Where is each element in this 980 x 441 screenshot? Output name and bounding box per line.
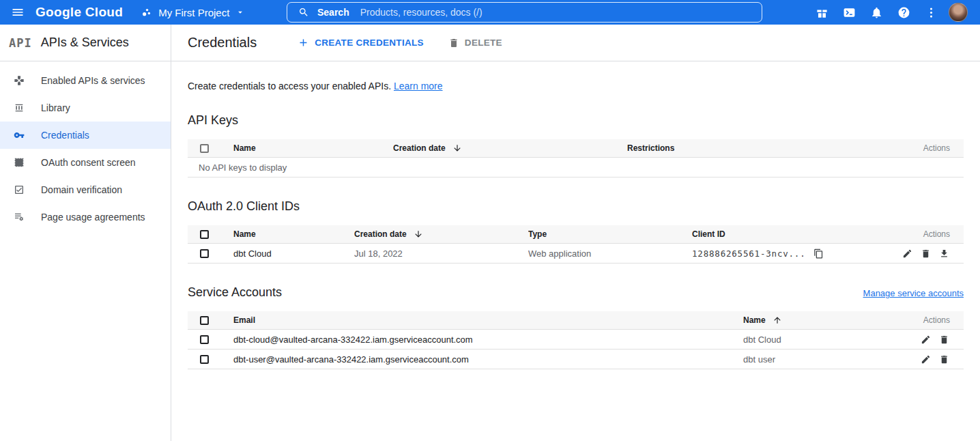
- delete-row-button[interactable]: [938, 333, 950, 345]
- edit-button[interactable]: [919, 333, 932, 345]
- column-header-type: Type: [528, 229, 692, 239]
- delete-row-button[interactable]: [938, 353, 950, 365]
- cloud-shell-icon[interactable]: [835, 0, 863, 25]
- learn-more-link[interactable]: Learn more: [394, 81, 443, 91]
- notifications-bell-icon[interactable]: [863, 0, 890, 25]
- sort-ascending-icon[interactable]: [773, 315, 782, 325]
- api-keys-header-row: Name Creation date Restrictions Actions: [188, 139, 964, 158]
- edit-button[interactable]: [901, 247, 913, 259]
- topbar: Google Cloud My First Project Search Pro…: [0, 0, 980, 25]
- sidebar-item-label: Enabled APIs & services: [41, 75, 145, 86]
- intro-sentence: Create credentials to access your enable…: [188, 81, 391, 91]
- pencil-icon: [921, 354, 931, 365]
- oauth-row-actions: [882, 247, 964, 259]
- topbar-actions: [808, 0, 980, 25]
- key-icon: [14, 130, 25, 141]
- select-all-checkbox[interactable]: [200, 144, 209, 153]
- page-title: Credentials: [188, 35, 257, 51]
- trash-icon: [921, 248, 931, 259]
- service-account-row: dbt-user@vaulted-arcana-332422.iam.gserv…: [188, 350, 964, 369]
- create-credentials-button[interactable]: CREATE CREDENTIALS: [298, 37, 424, 48]
- google-cloud-logo[interactable]: Google Cloud: [35, 5, 123, 20]
- row-checkbox[interactable]: [200, 249, 209, 258]
- sidebar-item-enabled-apis[interactable]: Enabled APIs & services: [0, 67, 171, 94]
- pencil-icon: [921, 335, 931, 345]
- caret-down-icon: [235, 8, 245, 17]
- column-header-name: Name: [233, 229, 354, 239]
- edit-button[interactable]: [919, 353, 932, 365]
- column-header-name[interactable]: Name: [743, 315, 882, 325]
- oauth-client-id-cell: 128886265561-3ncv...: [692, 247, 882, 259]
- delete-label: DELETE: [465, 38, 502, 48]
- sidebar-item-oauth-consent[interactable]: OAuth consent screen: [0, 149, 171, 176]
- sidebar-item-library[interactable]: Library: [0, 94, 171, 122]
- service-accounts-table: Email Name Actions dbt-cloud@vaulted-arc…: [188, 311, 964, 369]
- service-account-name: dbt user: [743, 354, 882, 365]
- service-account-email: dbt-user@vaulted-arcana-332422.iam.gserv…: [233, 354, 743, 365]
- hamburger-menu-icon[interactable]: [0, 0, 35, 25]
- manage-service-accounts-link[interactable]: Manage service accounts: [863, 288, 964, 298]
- column-header-creation-date[interactable]: Creation date: [354, 229, 528, 239]
- row-checkbox[interactable]: [200, 355, 209, 364]
- sort-descending-icon[interactable]: [414, 229, 423, 239]
- service-accounts-header-row: Email Name Actions: [188, 311, 964, 330]
- main-content: Credentials CREATE CREDENTIALS DELETE Cr…: [171, 25, 980, 441]
- library-icon: [14, 102, 25, 113]
- column-header-restrictions: Restrictions: [627, 143, 882, 153]
- oauth-client-type: Web application: [528, 248, 692, 259]
- sidebar-item-label: Library: [41, 102, 70, 113]
- oauth-client-creation-date: Jul 18, 2022: [354, 248, 528, 259]
- sidebar-title: APIs & Services: [41, 35, 129, 50]
- sidebar-item-label: Domain verification: [41, 184, 122, 195]
- project-switcher[interactable]: My First Project: [141, 7, 245, 18]
- agreements-icon: [14, 212, 25, 223]
- enabled-apis-icon: [14, 75, 25, 86]
- service-account-email: dbt-cloud@vaulted-arcana-332422.iam.gser…: [233, 335, 743, 345]
- column-header-email: Email: [233, 315, 743, 325]
- create-credentials-label: CREATE CREDENTIALS: [315, 38, 424, 48]
- sidebar-item-label: OAuth consent screen: [41, 157, 136, 168]
- service-account-actions: [882, 353, 964, 365]
- sidebar-item-credentials[interactable]: Credentials: [0, 122, 171, 149]
- domain-verification-icon: [14, 184, 25, 195]
- sidebar: API APIs & Services Enabled APIs & servi…: [0, 25, 171, 441]
- oauth-clients-table: Name Creation date Type Client ID Action…: [188, 225, 964, 264]
- copy-client-id-button[interactable]: [813, 247, 825, 259]
- oauth-clients-heading: OAuth 2.0 Client IDs: [188, 198, 964, 214]
- column-header-creation-date[interactable]: Creation date: [393, 143, 627, 153]
- oauth-client-row: dbt Cloud Jul 18, 2022 Web application 1…: [188, 244, 964, 264]
- sort-descending-icon[interactable]: [452, 143, 462, 153]
- sidebar-item-label: Page usage agreements: [41, 212, 145, 223]
- sidebar-header: API APIs & Services: [0, 25, 171, 61]
- download-icon: [939, 248, 949, 259]
- project-name: My First Project: [158, 7, 229, 18]
- trash-icon: [448, 38, 459, 48]
- project-icon: [141, 7, 152, 18]
- service-account-name: dbt Cloud: [743, 335, 882, 345]
- trash-icon: [939, 335, 949, 345]
- api-keys-table: Name Creation date Restrictions Actions …: [188, 139, 964, 177]
- row-checkbox[interactable]: [200, 335, 209, 344]
- select-all-checkbox[interactable]: [200, 230, 209, 239]
- sidebar-item-page-usage-agreements[interactable]: Page usage agreements: [0, 203, 171, 231]
- api-keys-empty-message: No API keys to display: [188, 158, 964, 177]
- search-input[interactable]: Search Products, resources, docs (/): [287, 2, 762, 23]
- select-all-checkbox[interactable]: [200, 316, 209, 325]
- sidebar-item-domain-verification[interactable]: Domain verification: [0, 176, 171, 203]
- trash-icon: [939, 354, 949, 365]
- column-header-client-id: Client ID: [692, 229, 882, 239]
- avatar[interactable]: [949, 3, 968, 22]
- page-header: Credentials CREATE CREDENTIALS DELETE: [171, 25, 980, 61]
- delete-row-button[interactable]: [919, 247, 932, 259]
- delete-button[interactable]: DELETE: [448, 38, 502, 48]
- more-vert-icon[interactable]: [917, 0, 945, 25]
- column-header-actions: Actions: [882, 229, 964, 239]
- column-header-actions: Actions: [882, 315, 964, 325]
- gift-icon[interactable]: [808, 0, 835, 25]
- sidebar-item-label: Credentials: [41, 130, 89, 141]
- logo-text: Google Cloud: [35, 5, 123, 19]
- search-label: Search: [317, 7, 349, 18]
- help-icon[interactable]: [890, 0, 917, 25]
- download-button[interactable]: [938, 247, 950, 259]
- oauth-client-name: dbt Cloud: [233, 248, 354, 259]
